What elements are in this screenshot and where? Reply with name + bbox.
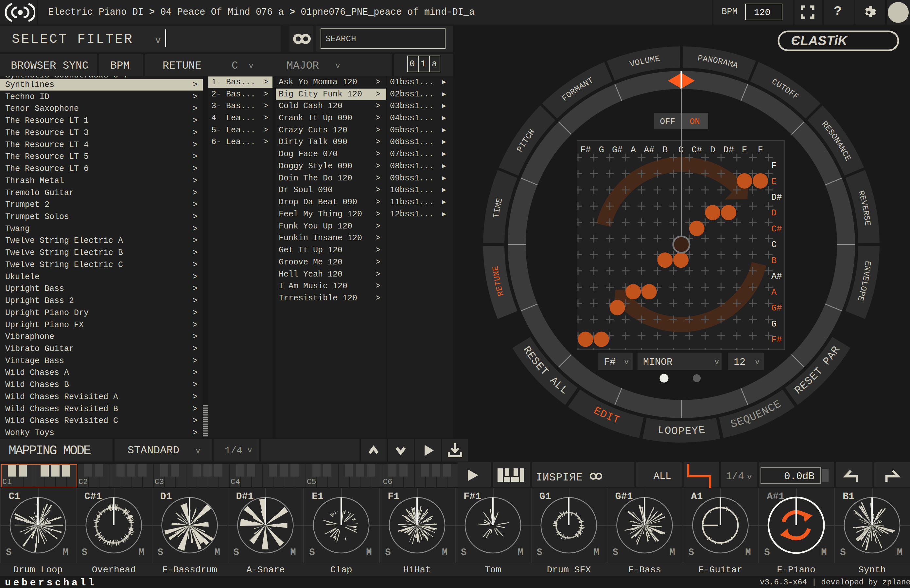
svg-text:12: 12 — [734, 357, 745, 368]
svg-text:OFF: OFF — [660, 117, 675, 126]
svg-text:A: A — [631, 145, 636, 155]
svg-text:O: O — [671, 425, 678, 438]
svg-text:C: C — [771, 240, 777, 250]
svg-text:D#: D# — [723, 145, 734, 155]
svg-text:L: L — [657, 424, 665, 437]
svg-text:D: D — [771, 208, 777, 218]
svg-text:ЄLASTiK: ЄLASTiK — [791, 33, 848, 48]
svg-text:P: P — [678, 426, 685, 438]
svg-text:G: G — [599, 145, 604, 155]
svg-text:E: E — [685, 425, 691, 438]
svg-text:O: O — [664, 425, 671, 437]
svg-text:MINOR: MINOR — [643, 357, 672, 368]
svg-text:F#: F# — [771, 335, 782, 345]
svg-text:A: A — [771, 288, 777, 297]
svg-text:v: v — [755, 357, 759, 367]
svg-text:B: B — [662, 145, 668, 155]
svg-text:E: E — [742, 145, 747, 155]
svg-text:F#: F# — [604, 357, 615, 368]
svg-text:E: E — [698, 424, 706, 437]
svg-text:F: F — [771, 161, 777, 171]
svg-text:B: B — [771, 256, 777, 266]
svg-text:C#: C# — [691, 145, 702, 155]
svg-text:D#: D# — [771, 192, 782, 202]
svg-text:F: F — [758, 145, 763, 155]
svg-text:Y: Y — [691, 425, 699, 437]
svg-text:v: v — [714, 357, 719, 367]
svg-text:ON: ON — [690, 117, 700, 126]
svg-text:A#: A# — [644, 145, 654, 155]
svg-text:E: E — [771, 177, 777, 187]
svg-text:F#: F# — [580, 145, 591, 155]
svg-text:C#: C# — [771, 224, 782, 234]
svg-text:A#: A# — [771, 271, 782, 281]
svg-text:v: v — [624, 357, 629, 367]
svg-text:G: G — [771, 319, 777, 329]
svg-text:G#: G# — [612, 145, 622, 155]
svg-text:G#: G# — [771, 303, 782, 313]
svg-text:D: D — [710, 145, 716, 155]
